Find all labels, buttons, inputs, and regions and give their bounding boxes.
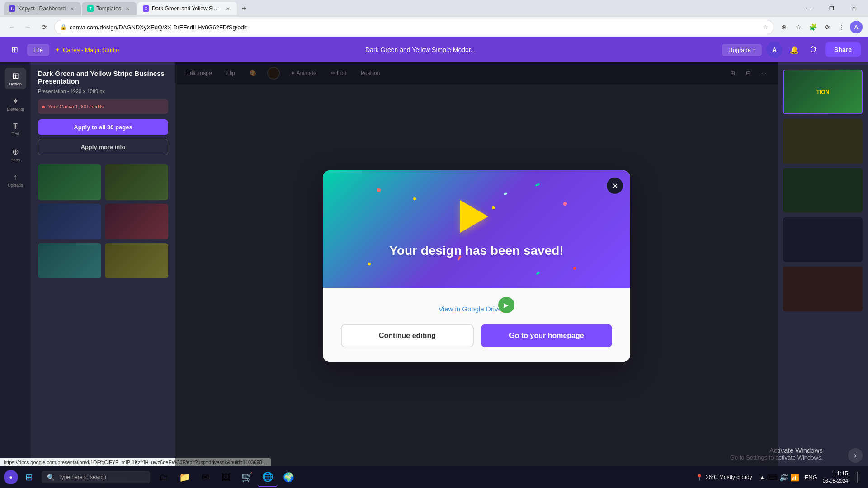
canva-file-button[interactable]: File [27,44,49,56]
address-bar-row: ← → ⟳ 🔒 canva.com/design/DAGNDXyXEqQ/3X-… [0,17,868,37]
right-thumb-2[interactable] [783,119,863,164]
tab-bar: K Kopyst | Dashboard ✕ T Templates ✕ C D… [0,0,868,17]
apps-icon: ⊕ [12,147,19,157]
profile-button[interactable]: A [850,21,863,33]
zoom-icon[interactable]: ⊕ [778,21,790,33]
modal-body: View in Google Drive ▶ Continue editing … [323,288,630,362]
right-thumb-4[interactable] [783,217,863,262]
minimize-button[interactable]: — [798,2,819,15]
bookmark-icon[interactable]: ☆ [763,24,768,30]
tab-kopyst[interactable]: K Kopyst | Dashboard ✕ [4,2,81,15]
tab-close-canva[interactable]: ✕ [224,5,231,12]
right-thumb-5[interactable] [783,267,863,311]
tab-canva[interactable]: C Dark Green and Yellow Simple ... ✕ [137,2,237,15]
right-thumb-1[interactable]: TION [783,70,863,114]
right-thumb-3[interactable] [783,168,863,213]
sidebar-item-design[interactable]: ⊞ Design [5,68,26,89]
arrow-up-icon[interactable]: ▲ [760,474,765,481]
canva-timer-icon[interactable]: ⏱ [806,42,821,57]
panel-all-pages-button[interactable]: Apply to all 30 pages [38,119,168,135]
taskbar-search-box[interactable]: 🔍 Type here to search [42,471,150,483]
speaker-icon[interactable]: 🔊 [779,473,788,482]
window-controls: — ❐ ✕ [798,2,864,15]
back-button[interactable]: ← [5,21,18,33]
show-desktop-divider [857,472,858,483]
modal-actions: Continue editing Go to your homepage [341,324,612,347]
modal-close-button[interactable]: ✕ [607,178,623,194]
design-icon: ⊞ [12,71,19,81]
star-icon[interactable]: ☆ [792,21,805,33]
tab-label-kopyst: Kopyst | Dashboard [18,5,66,12]
taskbar-app-paint[interactable]: 🖼 [216,467,236,487]
panel-thumb-2[interactable] [105,164,168,200]
main-canvas: Edit image Flip 🎨 ✦ Animate ✏ Edit Posit… [175,62,778,470]
extensions-icon[interactable]: 🧩 [807,21,819,33]
taskbar-notification-dot[interactable]: ● [4,470,18,484]
panel-thumb-3[interactable] [38,204,101,239]
taskbar-app-chrome[interactable]: 🌐 [258,467,278,487]
canva-share-button[interactable]: Share [825,42,861,57]
forward-button[interactable]: → [22,21,34,33]
show-desktop-button[interactable] [852,467,863,487]
right-sidebar: TION › [778,62,868,470]
network-icon[interactable]: 📶 [790,473,799,482]
panel-thumb-5[interactable] [38,243,101,279]
taskbar-weather-text: 26°C Mostly cloudy [706,474,752,480]
new-tab-button[interactable]: + [238,2,250,15]
confetti-10 [536,272,540,275]
uploads-icon: ↑ [14,173,18,182]
tab-close-templates[interactable]: ✕ [124,5,131,12]
taskbar-app-task-view[interactable]: 🗂 [154,467,174,487]
browser-toolbar-icons: ⊕ ☆ 🧩 ⟳ ⋮ A [778,21,863,33]
taskbar-right-area: 📍 26°C Mostly cloudy ▲ ⌨ 🔊 📶 ENG 11:15 0… [696,467,868,487]
browser-chrome: K Kopyst | Dashboard ✕ T Templates ✕ C D… [0,0,868,37]
panel-apply-button[interactable]: Apply more info [38,139,168,155]
canva-avatar[interactable]: A [766,42,783,58]
taskbar-pinned-apps: 🗂 📁 ✉ 🖼 🛒 🌐 🌍 [154,467,298,487]
taskbar-app-winget[interactable]: 🛒 [237,467,257,487]
canva-upgrade-button[interactable]: Upgrade ↑ [722,44,762,56]
taskbar-time: 11:15 [823,470,848,478]
more-icon[interactable]: ⋮ [835,21,848,33]
confetti-3 [535,183,540,186]
panel-thumb-6[interactable] [105,243,168,279]
taskbar-clock[interactable]: 11:15 06-08-2024 [823,470,848,484]
windows-logo: ⊞ [25,472,33,483]
canva-magic-icon: ✦ [55,46,60,53]
sidebar-item-elements[interactable]: ✦ Elements [5,93,26,115]
lock-icon: 🔒 [60,24,67,30]
reload-button[interactable]: ⟳ [38,21,51,33]
canva-app: ⊞ File ✦ Canva - Magic Studio Dark Green… [0,37,868,488]
canva-home-icon[interactable]: ⊞ [7,42,22,57]
taskbar-start-button[interactable]: ⊞ [18,466,40,488]
panel-thumb-4[interactable] [105,204,168,239]
save-modal: ✕ [323,170,630,362]
keyboard-icon[interactable]: ⌨ [767,473,778,482]
sidebar-item-uploads[interactable]: ↑ Uploads [5,169,26,191]
tab-templates[interactable]: T Templates ✕ [82,2,137,15]
tab-favicon-kopyst: K [9,5,15,12]
play-triangle [460,200,488,233]
cursor-indicator: ▶ [498,297,514,313]
google-drive-link[interactable]: View in Google Drive [439,305,502,313]
elements-icon: ✦ [12,96,19,106]
go-homepage-button[interactable]: Go to your homepage [481,324,612,347]
sidebar-item-apps[interactable]: ⊕ Apps [5,144,26,165]
panel-thumb-1[interactable] [38,164,101,200]
maximize-button[interactable]: ❐ [821,2,842,15]
sidebar-item-text[interactable]: T Text [5,118,26,140]
modal-header: ✕ [323,170,630,288]
thumb-1-text: TION [816,89,830,95]
taskbar-app-mail[interactable]: ✉ [195,467,215,487]
address-bar[interactable]: 🔒 canva.com/design/DAGNDXyXEqQ/3X-DrEFsd… [54,20,774,34]
tab-label-templates: Templates [96,5,121,12]
taskbar-app-edge[interactable]: 🌍 [278,467,298,487]
tab-close-kopyst[interactable]: ✕ [68,5,75,12]
right-sidebar-arrow[interactable]: › [848,448,863,463]
sync-icon[interactable]: ⟳ [821,21,834,33]
taskbar-app-files[interactable]: 📁 [175,467,194,487]
close-button[interactable]: ✕ [844,2,864,15]
canva-notifications-icon[interactable]: 🔔 [787,42,802,57]
continue-editing-button[interactable]: Continue editing [341,324,474,347]
confetti-6 [573,267,576,270]
